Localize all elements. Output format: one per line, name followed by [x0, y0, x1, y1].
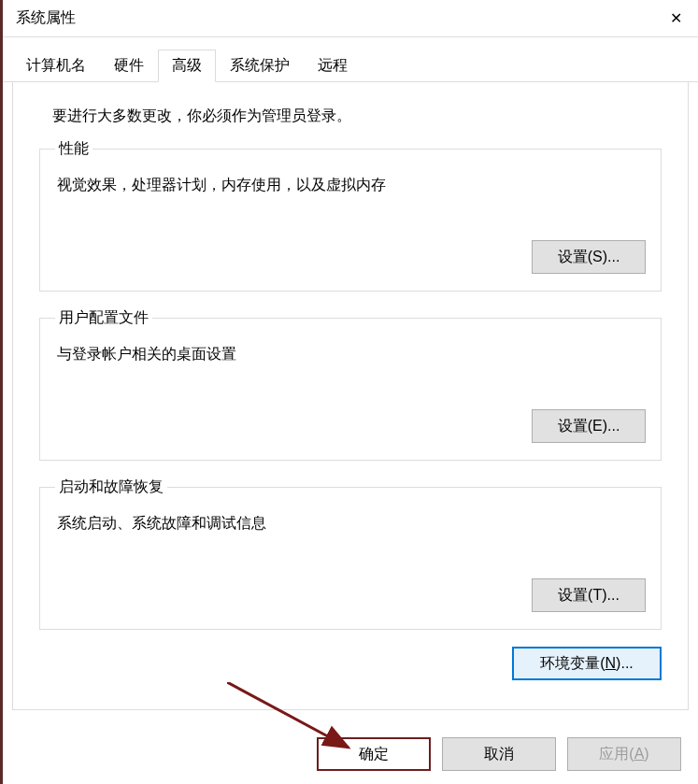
group-performance-legend: 性能 — [55, 139, 93, 159]
group-startup-recovery: 启动和故障恢复 系统启动、系统故障和调试信息 设置(T)... — [39, 478, 662, 630]
group-user-profiles: 用户配置文件 与登录帐户相关的桌面设置 设置(E)... — [39, 308, 662, 461]
tab-advanced[interactable]: 高级 — [158, 50, 216, 82]
env-btn-suffix: )... — [616, 655, 634, 671]
env-btn-prefix: 环境变量( — [540, 655, 605, 671]
tab-system-protection[interactable]: 系统保护 — [216, 50, 304, 82]
cancel-button[interactable]: 取消 — [442, 737, 556, 771]
admin-notice: 要进行大多数更改，你必须作为管理员登录。 — [52, 107, 662, 126]
environment-variables-button[interactable]: 环境变量(N)... — [512, 647, 662, 680]
group-user-profiles-legend: 用户配置文件 — [55, 308, 152, 328]
performance-settings-button[interactable]: 设置(S)... — [532, 240, 646, 274]
close-button[interactable]: ✕ — [653, 0, 698, 37]
title-bar: 系统属性 ✕ — [3, 0, 698, 37]
apply-button[interactable]: 应用(A) — [567, 737, 681, 771]
tab-remote[interactable]: 远程 — [304, 50, 362, 82]
startup-recovery-settings-button[interactable]: 设置(T)... — [532, 578, 646, 612]
apply-suffix: ) — [644, 746, 648, 762]
group-startup-recovery-desc: 系统启动、系统故障和调试信息 — [57, 514, 646, 534]
env-btn-mnemonic: N — [605, 655, 617, 671]
tab-computer-name[interactable]: 计算机名 — [12, 50, 100, 82]
group-performance-desc: 视觉效果，处理器计划，内存使用，以及虚拟内存 — [57, 176, 646, 195]
user-profiles-settings-button[interactable]: 设置(E)... — [532, 409, 646, 443]
dialog-button-row: 确定 取消 应用(A) — [317, 737, 681, 771]
group-startup-recovery-legend: 启动和故障恢复 — [55, 478, 167, 497]
tab-hardware[interactable]: 硬件 — [100, 50, 158, 82]
close-icon: ✕ — [670, 9, 682, 27]
group-performance: 性能 视觉效果，处理器计划，内存使用，以及虚拟内存 设置(S)... — [39, 139, 662, 292]
advanced-panel: 要进行大多数更改，你必须作为管理员登录。 性能 视觉效果，处理器计划，内存使用，… — [12, 82, 689, 710]
window-title: 系统属性 — [16, 8, 76, 28]
ok-button[interactable]: 确定 — [317, 737, 431, 771]
apply-mnemonic: A — [634, 746, 645, 762]
group-user-profiles-desc: 与登录帐户相关的桌面设置 — [57, 345, 646, 364]
apply-prefix: 应用( — [599, 746, 634, 762]
tab-strip: 计算机名 硬件 高级 系统保护 远程 — [3, 50, 698, 82]
